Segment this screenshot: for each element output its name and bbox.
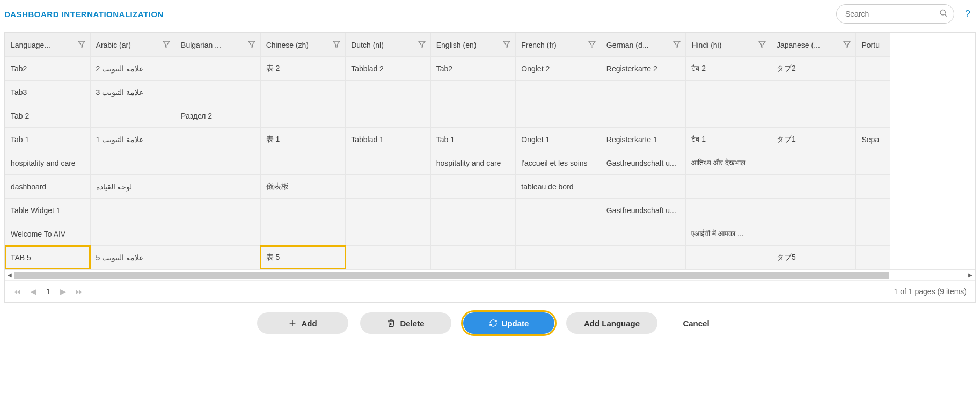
cell-de[interactable]: Gastfreundschaft u... [601, 151, 686, 175]
cell-bg[interactable] [175, 246, 261, 269]
cell-zh[interactable]: 表 5 [260, 246, 346, 269]
cell-de[interactable] [601, 81, 686, 104]
cell-bg[interactable] [175, 81, 261, 104]
cell-lang[interactable]: TAB 5 [5, 246, 91, 269]
cell-bg[interactable]: Раздел 2 [175, 104, 261, 128]
cell-ja[interactable] [771, 175, 856, 199]
cell-bg[interactable] [175, 151, 261, 175]
cell-ja[interactable] [771, 104, 856, 128]
table-row[interactable]: TAB 5علامة التبويب 5表 5タブ5 [5, 246, 890, 269]
cell-ja[interactable] [771, 151, 856, 175]
column-header-en[interactable]: English (en) [430, 33, 516, 57]
cell-de[interactable]: Gastfreundschaft u... [601, 199, 686, 222]
horizontal-scrollbar[interactable]: ◀ ▶ [5, 269, 975, 280]
pager-last-icon[interactable]: ⏭ [76, 287, 83, 296]
cell-en[interactable]: Tab 1 [430, 128, 516, 151]
scroll-right-icon[interactable]: ▶ [966, 272, 975, 278]
cell-en[interactable]: hospitality and care [430, 151, 516, 175]
add-language-button[interactable]: Add Language [566, 312, 657, 334]
cell-zh[interactable]: 表 1 [260, 128, 346, 151]
cell-en[interactable]: Tab2 [430, 57, 516, 81]
cell-nl[interactable] [346, 175, 431, 199]
cell-nl[interactable]: Tabblad 2 [346, 57, 431, 81]
filter-icon[interactable] [672, 40, 681, 50]
cell-hi[interactable] [686, 199, 771, 222]
cell-hi[interactable]: टैब 2 [686, 57, 771, 81]
cell-zh[interactable]: 儀表板 [260, 175, 346, 199]
cell-lang[interactable]: Tab 2 [5, 104, 91, 128]
cell-hi[interactable] [686, 104, 771, 128]
column-header-hi[interactable]: Hindi (hi) [686, 33, 771, 57]
cell-nl[interactable] [346, 199, 431, 222]
cell-zh[interactable] [260, 81, 346, 104]
search-input[interactable] [836, 4, 954, 24]
cell-zh[interactable]: 表 2 [260, 57, 346, 81]
cell-de[interactable]: Registerkarte 1 [601, 128, 686, 151]
table-row[interactable]: hospitality and carehospitality and care… [5, 151, 890, 175]
filter-icon[interactable] [843, 40, 851, 50]
cell-fr[interactable] [516, 81, 601, 104]
cell-lang[interactable]: Tab3 [5, 81, 91, 104]
column-header-de[interactable]: German (d... [601, 33, 686, 57]
cell-zh[interactable] [260, 199, 346, 222]
cell-de[interactable] [601, 175, 686, 199]
cell-pt[interactable] [856, 57, 890, 81]
cell-nl[interactable] [346, 81, 431, 104]
cell-pt[interactable] [856, 222, 890, 246]
cell-fr[interactable]: Onglet 1 [516, 128, 601, 151]
cell-de[interactable] [601, 104, 686, 128]
column-header-pt[interactable]: Portu [856, 33, 890, 57]
column-header-lang[interactable]: Language... [5, 33, 91, 57]
cell-de[interactable] [601, 222, 686, 246]
cell-zh[interactable] [260, 222, 346, 246]
cell-ar[interactable]: علامة التبويب 3 [90, 81, 175, 104]
column-header-ar[interactable]: Arabic (ar) [90, 33, 175, 57]
table-row[interactable]: dashboardلوحة القيادة儀表板tableau de bord [5, 175, 890, 199]
column-header-ja[interactable]: Japanese (... [771, 33, 856, 57]
cell-en[interactable] [430, 199, 516, 222]
cell-ar[interactable]: علامة التبويب 5 [90, 246, 175, 269]
update-button[interactable]: Update [463, 312, 554, 334]
cell-pt[interactable] [856, 199, 890, 222]
cell-ar[interactable]: علامة التبويب 1 [90, 128, 175, 151]
cell-nl[interactable]: Tabblad 1 [346, 128, 431, 151]
cell-fr[interactable] [516, 199, 601, 222]
cell-hi[interactable]: टैब 1 [686, 128, 771, 151]
cell-pt[interactable] [856, 246, 890, 269]
cell-bg[interactable] [175, 222, 261, 246]
cell-hi[interactable]: एआईवी में आपका ... [686, 222, 771, 246]
cell-lang[interactable]: dashboard [5, 175, 91, 199]
cell-pt[interactable]: Sepa [856, 128, 890, 151]
cell-zh[interactable] [260, 104, 346, 128]
cell-hi[interactable] [686, 246, 771, 269]
pager-prev-icon[interactable]: ◀ [31, 287, 36, 296]
cell-en[interactable] [430, 246, 516, 269]
filter-icon[interactable] [418, 40, 426, 50]
cell-ja[interactable]: タブ5 [771, 246, 856, 269]
search-icon[interactable] [939, 9, 948, 19]
cell-en[interactable] [430, 81, 516, 104]
delete-button[interactable]: Delete [360, 312, 451, 334]
cell-ar[interactable]: لوحة القيادة [90, 175, 175, 199]
cancel-button[interactable]: Cancel [669, 312, 723, 334]
filter-icon[interactable] [588, 40, 596, 50]
cell-bg[interactable] [175, 199, 261, 222]
cell-zh[interactable] [260, 151, 346, 175]
cell-ar[interactable] [90, 199, 175, 222]
cell-lang[interactable]: Tab2 [5, 57, 91, 81]
table-row[interactable]: Table Widget 1Gastfreundschaft u... [5, 199, 890, 222]
cell-ja[interactable] [771, 222, 856, 246]
cell-ar[interactable] [90, 222, 175, 246]
cell-de[interactable]: Registerkarte 2 [601, 57, 686, 81]
cell-lang[interactable]: Tab 1 [5, 128, 91, 151]
filter-icon[interactable] [247, 40, 256, 50]
table-row[interactable]: Tab 1علامة التبويب 1表 1Tabblad 1Tab 1Ong… [5, 128, 890, 151]
filter-icon[interactable] [162, 40, 171, 50]
cell-ar[interactable]: علامة التبويب 2 [90, 57, 175, 81]
cell-fr[interactable] [516, 246, 601, 269]
column-header-zh[interactable]: Chinese (zh) [260, 33, 346, 57]
filter-icon[interactable] [758, 40, 766, 50]
cell-nl[interactable] [346, 151, 431, 175]
cell-ar[interactable] [90, 151, 175, 175]
cell-hi[interactable]: आतिथ्य और देखभाल [686, 151, 771, 175]
